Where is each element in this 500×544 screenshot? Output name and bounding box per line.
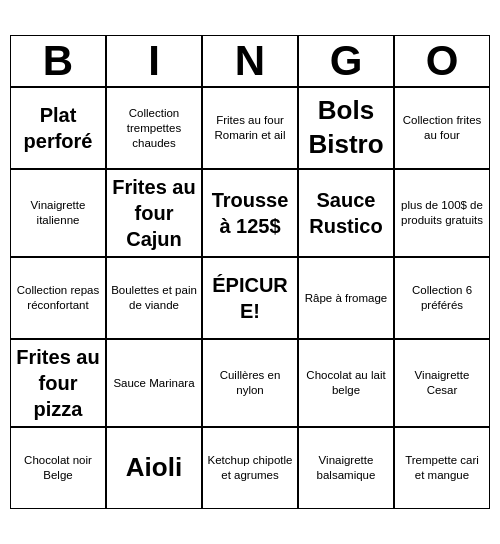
bingo-cell: Boulettes et pain de viande: [106, 257, 202, 339]
bingo-cell: Sauce Rustico: [298, 169, 394, 257]
bingo-cell: Chocolat au lait belge: [298, 339, 394, 427]
bingo-cell: Râpe à fromage: [298, 257, 394, 339]
bingo-cell: Vinaigrette balsamique: [298, 427, 394, 509]
bingo-cell: Plat perforé: [10, 87, 106, 169]
bingo-cell: Frites au four pizza: [10, 339, 106, 427]
bingo-cell: Trempette cari et mangue: [394, 427, 490, 509]
header-letter: I: [106, 35, 202, 87]
bingo-cell: Aioli: [106, 427, 202, 509]
header-letter: B: [10, 35, 106, 87]
header-letter: N: [202, 35, 298, 87]
bingo-grid: Plat perforéCollection trempettes chaude…: [10, 87, 490, 509]
bingo-card: BINGO Plat perforéCollection trempettes …: [10, 35, 490, 509]
bingo-cell: Sauce Marinara: [106, 339, 202, 427]
header-letter: G: [298, 35, 394, 87]
bingo-row: Plat perforéCollection trempettes chaude…: [10, 87, 490, 169]
bingo-row: Collection repas réconfortantBoulettes e…: [10, 257, 490, 339]
bingo-header: BINGO: [10, 35, 490, 87]
bingo-cell: ÉPICURE!: [202, 257, 298, 339]
bingo-cell: Vinaigrette italienne: [10, 169, 106, 257]
bingo-cell: Collection repas réconfortant: [10, 257, 106, 339]
bingo-row: Chocolat noir BelgeAioliKetchup chipotle…: [10, 427, 490, 509]
bingo-cell: Collection trempettes chaudes: [106, 87, 202, 169]
bingo-cell: Chocolat noir Belge: [10, 427, 106, 509]
bingo-cell: Vinaigrette Cesar: [394, 339, 490, 427]
bingo-cell: Ketchup chipotle et agrumes: [202, 427, 298, 509]
bingo-cell: Collection 6 préférés: [394, 257, 490, 339]
bingo-cell: Bols Bistro: [298, 87, 394, 169]
bingo-cell: plus de 100$ de produits gratuits: [394, 169, 490, 257]
bingo-row: Frites au four pizzaSauce MarinaraCuillè…: [10, 339, 490, 427]
bingo-row: Vinaigrette italienneFrites au four Caju…: [10, 169, 490, 257]
bingo-cell: Cuillères en nylon: [202, 339, 298, 427]
bingo-cell: Trousse à 125$: [202, 169, 298, 257]
header-letter: O: [394, 35, 490, 87]
bingo-cell: Frites au four Cajun: [106, 169, 202, 257]
bingo-cell: Frites au four Romarin et ail: [202, 87, 298, 169]
bingo-cell: Collection frites au four: [394, 87, 490, 169]
